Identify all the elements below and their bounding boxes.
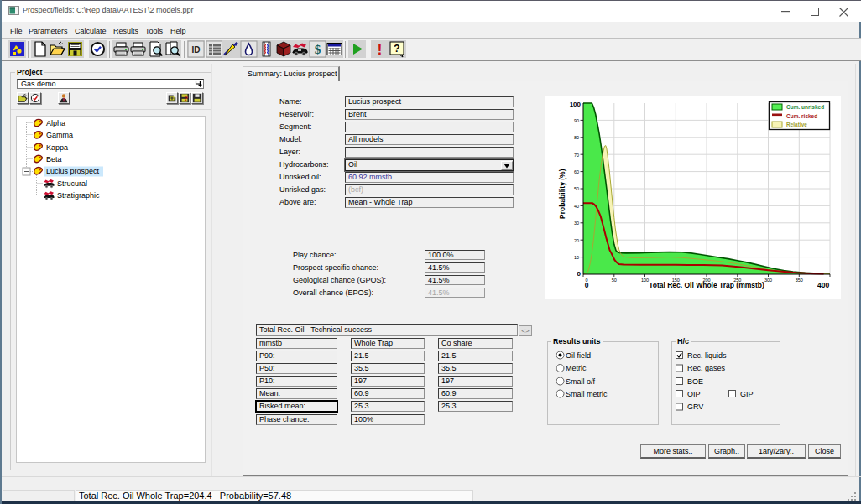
svg-text:50: 50	[612, 278, 617, 283]
svg-text:!: !	[378, 41, 383, 58]
svg-text:10: 10	[574, 255, 579, 260]
svg-text:?: ?	[394, 43, 399, 55]
svg-text:Gamma: Gamma	[46, 131, 73, 139]
svg-text:60: 60	[574, 169, 579, 174]
svg-text:Small o/f: Small o/f	[566, 377, 596, 386]
svg-text:350: 350	[796, 278, 803, 283]
svg-text:70: 70	[574, 153, 579, 158]
svg-text:Relative: Relative	[786, 122, 807, 127]
svg-text:Lucius prospect: Lucius prospect	[46, 167, 100, 175]
svg-text:Cum. risked: Cum. risked	[786, 113, 817, 119]
svg-text:Stratigraphic: Stratigraphic	[57, 191, 100, 200]
svg-text:100: 100	[641, 278, 649, 283]
svg-text:80: 80	[574, 135, 579, 140]
svg-text:ID: ID	[192, 45, 201, 55]
svg-text:$: $	[315, 43, 321, 56]
svg-text:50: 50	[574, 186, 579, 191]
svg-text:Small metric: Small metric	[566, 390, 608, 398]
svg-text:100: 100	[570, 101, 582, 108]
svg-text:90: 90	[574, 118, 579, 123]
svg-text:GRV: GRV	[687, 403, 703, 411]
svg-text:30: 30	[574, 221, 579, 226]
svg-text:OIP: OIP	[687, 390, 701, 398]
svg-text:Rec. liquids: Rec. liquids	[687, 351, 727, 360]
svg-text:Rec. gases: Rec. gases	[687, 364, 726, 372]
svg-text:Metric: Metric	[566, 364, 587, 372]
svg-text:?: ?	[184, 95, 188, 102]
svg-text:0: 0	[585, 281, 589, 289]
svg-text:0: 0	[577, 270, 582, 278]
svg-text:20: 20	[574, 238, 579, 243]
svg-text:Oil field: Oil field	[566, 351, 591, 360]
svg-text:Probability (%): Probability (%)	[558, 169, 566, 219]
svg-text:300: 300	[764, 278, 772, 283]
svg-text:Strucural: Strucural	[57, 179, 87, 188]
svg-text:Alpha: Alpha	[46, 119, 65, 127]
svg-text:GIP: GIP	[740, 390, 754, 398]
svg-text:Total Rec. Oil Whole Trap (mms: Total Rec. Oil Whole Trap (mmstb)	[649, 281, 764, 289]
svg-text:Kappa: Kappa	[46, 143, 68, 152]
svg-text:Cum. unrisked: Cum. unrisked	[786, 104, 824, 110]
svg-text:40: 40	[574, 204, 579, 209]
svg-text:BOE: BOE	[687, 377, 703, 386]
svg-text:Beta: Beta	[46, 155, 62, 164]
svg-text:400: 400	[817, 281, 829, 289]
